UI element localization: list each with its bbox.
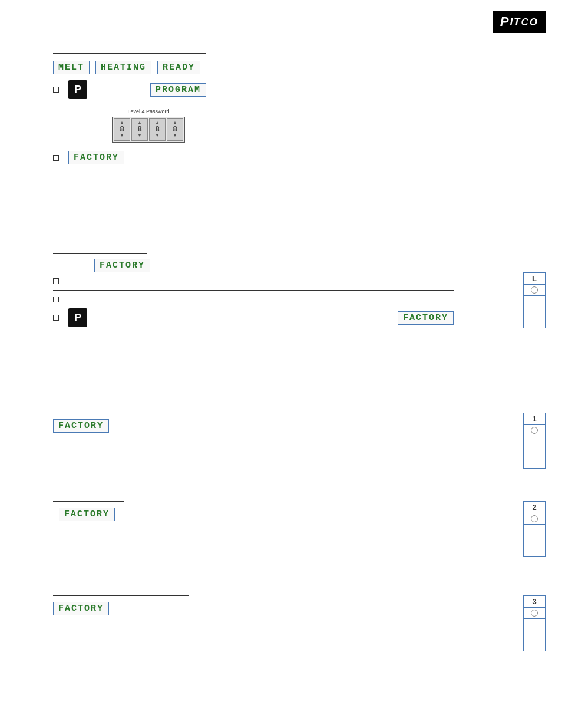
section2: FACTORY P FACTORY bbox=[53, 253, 454, 333]
page: PITCO MELT HEATING READY P PROGRAM Level… bbox=[0, 0, 562, 728]
section5: FACTORY bbox=[53, 595, 189, 621]
down-arrow-3: ▼ bbox=[156, 133, 160, 137]
panel-1-circle bbox=[531, 427, 538, 434]
panel-2-body bbox=[524, 524, 545, 556]
section3-line bbox=[53, 413, 156, 413]
side-panel-L: L bbox=[523, 272, 546, 328]
p-factory-row: P FACTORY bbox=[53, 308, 454, 327]
section4-line bbox=[53, 501, 124, 502]
password-row: Level 4 Password ▲ 8 ▼ ▲ 8 ▼ ▲ 8 bbox=[112, 108, 206, 143]
section2-line bbox=[53, 253, 147, 254]
panel-2-circle bbox=[531, 515, 538, 522]
digit-value-1: 8 bbox=[120, 124, 124, 133]
bullet3 bbox=[53, 278, 59, 284]
bullet1 bbox=[53, 87, 59, 93]
program-display: PROGRAM bbox=[150, 83, 206, 97]
factory-display-5: FACTORY bbox=[59, 508, 115, 521]
pitco-logo-text: PITCO bbox=[500, 14, 538, 29]
down-arrow-4: ▼ bbox=[173, 133, 177, 137]
factory-row-1: FACTORY bbox=[53, 151, 206, 164]
down-arrow-2: ▼ bbox=[138, 133, 142, 137]
panel-L-label: L bbox=[524, 273, 545, 285]
password-digit-1[interactable]: ▲ 8 ▼ bbox=[114, 118, 130, 141]
digit-value-3: 8 bbox=[155, 124, 159, 133]
factory-display-2: FACTORY bbox=[94, 259, 150, 272]
section1-line bbox=[53, 53, 206, 54]
password-digit-4[interactable]: ▲ 8 ▼ bbox=[167, 118, 183, 141]
panel-3-circle bbox=[531, 610, 538, 617]
password-label: Level 4 Password bbox=[112, 108, 185, 114]
digit-value-2: 8 bbox=[137, 124, 141, 133]
section2-bullet-row bbox=[53, 278, 454, 284]
p-button-1[interactable]: P bbox=[68, 80, 87, 99]
status-row: MELT HEATING READY bbox=[53, 61, 206, 74]
panel-3-label: 3 bbox=[524, 596, 545, 608]
side-panel-3: 3 bbox=[523, 595, 546, 651]
factory-row-2: FACTORY bbox=[53, 259, 454, 272]
heating-display: HEATING bbox=[95, 61, 151, 74]
up-arrow-3: ▲ bbox=[156, 120, 160, 124]
bullet4 bbox=[53, 297, 59, 302]
panel-3-body bbox=[524, 618, 545, 651]
factory-display-3: FACTORY bbox=[398, 311, 454, 325]
bullet2 bbox=[53, 155, 59, 161]
factory-row-4: FACTORY bbox=[53, 508, 156, 521]
panel-2-label: 2 bbox=[524, 502, 545, 513]
pitco-logo: PITCO bbox=[493, 11, 546, 33]
pitco-logo-area: PITCO bbox=[493, 11, 546, 33]
p-button-2[interactable]: P bbox=[68, 308, 87, 327]
factory-display-6: FACTORY bbox=[53, 602, 109, 615]
p-program-row: P PROGRAM bbox=[53, 80, 206, 99]
panel-L-body bbox=[524, 295, 545, 328]
section2-full-line bbox=[53, 290, 454, 291]
side-panel-1: 1 bbox=[523, 413, 546, 469]
section2-mid-line bbox=[53, 290, 454, 291]
panel-1-label: 1 bbox=[524, 413, 545, 425]
factory-row-5: FACTORY bbox=[53, 602, 189, 615]
bullet5 bbox=[53, 315, 59, 321]
password-input[interactable]: ▲ 8 ▼ ▲ 8 ▼ ▲ 8 ▼ ▲ bbox=[112, 117, 185, 143]
up-arrow-1: ▲ bbox=[120, 120, 124, 124]
section1: MELT HEATING READY P PROGRAM Level 4 Pas… bbox=[53, 53, 206, 170]
up-arrow-4: ▲ bbox=[173, 120, 177, 124]
password-container: Level 4 Password ▲ 8 ▼ ▲ 8 ▼ ▲ 8 bbox=[112, 108, 185, 143]
section5-line bbox=[53, 595, 189, 596]
up-arrow-2: ▲ bbox=[138, 120, 142, 124]
section2-bullet2-row bbox=[53, 297, 454, 302]
section3: FACTORY bbox=[53, 413, 156, 439]
panel-1-body bbox=[524, 436, 545, 468]
digit-value-4: 8 bbox=[173, 124, 177, 133]
side-panel-2: 2 bbox=[523, 501, 546, 557]
down-arrow-1: ▼ bbox=[120, 133, 124, 137]
password-digit-3[interactable]: ▲ 8 ▼ bbox=[149, 118, 166, 141]
factory-display-4: FACTORY bbox=[53, 419, 109, 433]
factory-row-3: FACTORY bbox=[53, 419, 156, 433]
section4: FACTORY bbox=[53, 501, 156, 527]
melt-display: MELT bbox=[53, 61, 90, 74]
ready-display: READY bbox=[157, 61, 200, 74]
panel-L-circle bbox=[531, 286, 538, 294]
factory-display-1: FACTORY bbox=[68, 151, 124, 164]
password-digit-2[interactable]: ▲ 8 ▼ bbox=[131, 118, 148, 141]
